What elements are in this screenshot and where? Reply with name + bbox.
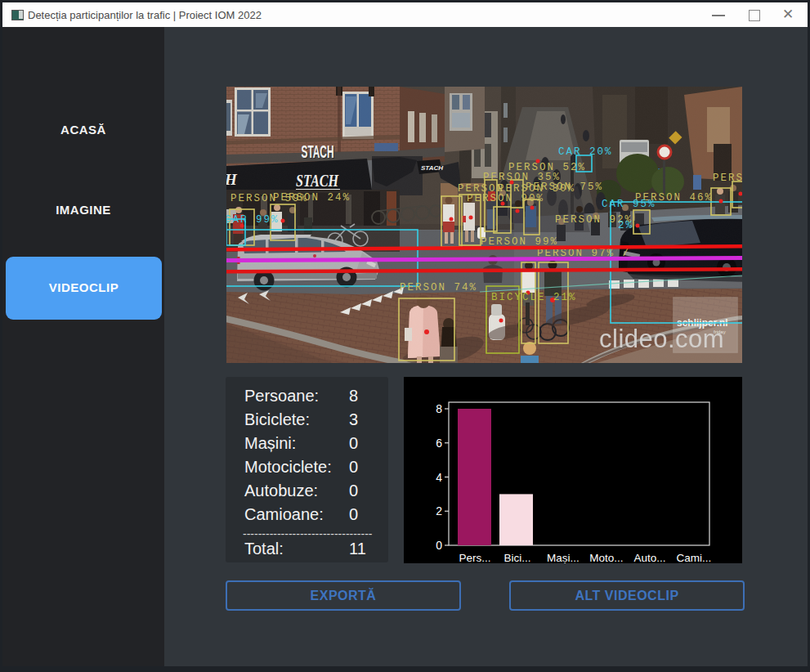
svg-text:4: 4 — [436, 471, 442, 484]
svg-text:2: 2 — [436, 504, 442, 517]
svg-text:Moto...: Moto... — [589, 552, 623, 563]
svg-text:6: 6 — [436, 437, 442, 450]
svg-text:Cami...: Cami... — [677, 552, 712, 563]
svg-text:8: 8 — [436, 402, 442, 415]
svg-text:Auto...: Auto... — [633, 552, 665, 563]
svg-text:Mași...: Mași... — [547, 552, 580, 563]
svg-text:Bici...: Bici... — [503, 552, 530, 563]
svg-text:Pers...: Pers... — [459, 552, 490, 563]
svg-text:0: 0 — [436, 539, 442, 552]
